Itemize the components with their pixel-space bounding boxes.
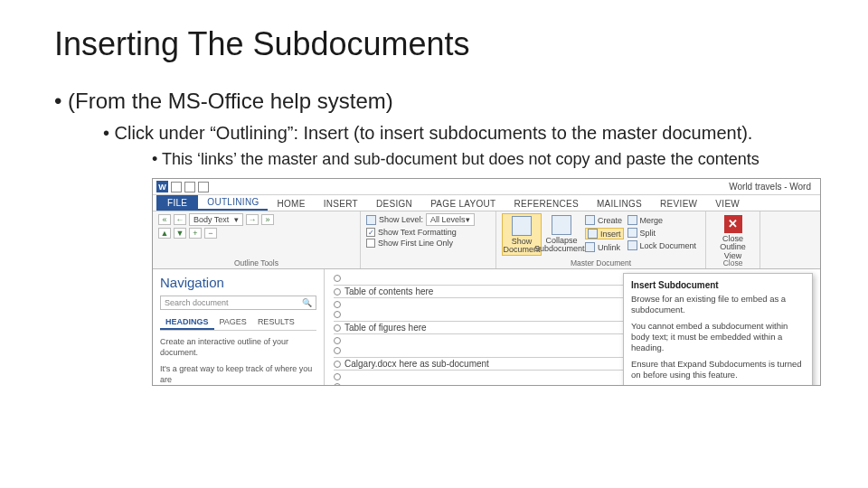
ribbon: « ← Body Text▾ → » ▲ ▼ + − Outline Tools… — [153, 211, 820, 269]
tooltip-line-3: Ensure that Expand Subdocuments is turne… — [631, 359, 805, 381]
navigation-tabs: HEADINGS PAGES RESULTS — [160, 315, 316, 331]
tab-page-layout[interactable]: PAGE LAYOUT — [421, 197, 505, 211]
tooltip-line-2: You cannot embed a subdocument within bo… — [631, 321, 805, 354]
tab-outlining[interactable]: OUTLINING — [198, 195, 268, 211]
quick-access-toolbar: W — [156, 181, 209, 192]
collapse-subdocs-label: Collapse Subdocuments — [534, 237, 589, 254]
show-first-line-label: Show First Line Only — [378, 239, 453, 248]
nav-tab-pages[interactable]: PAGES — [214, 315, 252, 330]
split-icon — [627, 228, 637, 238]
outline-level-value: Body Text — [193, 215, 229, 224]
group-master-document: Show Document Collapse Subdocuments Crea… — [496, 211, 706, 268]
promote-double-icon[interactable]: « — [158, 214, 171, 225]
navigation-pane: Navigation Search document 🔍 HEADINGS PA… — [153, 269, 325, 385]
outline-calgary: Calgary.docx here as sub-document — [344, 359, 489, 369]
group-outline-tools: « ← Body Text▾ → » ▲ ▼ + − Outline Tools — [153, 211, 361, 268]
chevron-down-icon: ▾ — [466, 215, 470, 224]
outline-marker-icon — [334, 361, 341, 368]
bullet-level-3: This ‘links’ the master and sub-document… — [152, 150, 814, 169]
unlink-icon — [585, 242, 595, 252]
collapse-subdocs-icon — [552, 215, 571, 235]
lock-icon — [627, 240, 637, 250]
merge-icon — [627, 215, 637, 225]
outline-marker-icon — [334, 301, 341, 308]
close-outline-label: Close Outline View — [713, 235, 753, 260]
checkbox-first-line[interactable] — [366, 239, 375, 248]
navigation-title: Navigation — [160, 275, 316, 290]
outline-marker-icon — [334, 383, 341, 386]
outline-marker-icon — [334, 373, 341, 380]
group-label-close: Close — [706, 258, 760, 267]
nav-tab-headings[interactable]: HEADINGS — [160, 315, 214, 330]
bullet-level-2: Click under “Outlining”: Insert (to inse… — [103, 121, 814, 145]
tab-references[interactable]: REFERENCES — [505, 197, 588, 211]
bullet-level-1: (From the MS-Office help system) — [54, 89, 814, 114]
close-outline-view-button[interactable]: ✕ Close Outline View — [713, 213, 753, 260]
unlink-button[interactable]: Unlink — [598, 243, 620, 252]
search-icon: 🔍 — [302, 298, 312, 307]
tab-view[interactable]: VIEW — [706, 197, 749, 211]
promote-icon[interactable]: ← — [174, 214, 186, 225]
tab-file[interactable]: FILE — [156, 195, 198, 211]
outline-marker-icon — [334, 311, 341, 318]
search-placeholder: Search document — [165, 298, 229, 307]
insert-button[interactable]: Insert — [600, 230, 621, 239]
insert-subdoc-icon — [588, 229, 598, 239]
outline-toc: Table of contents here — [344, 286, 433, 296]
demote-icon[interactable]: → — [246, 214, 259, 225]
insert-subdocument-tooltip: Insert Subdocument Browse for an existin… — [623, 273, 813, 386]
show-level-dropdown[interactable]: All Levels▾ — [426, 213, 475, 226]
slide-title: Inserting The Subdocuments — [54, 25, 814, 63]
create-button[interactable]: Create — [598, 216, 622, 225]
outline-tof: Table of figures here — [344, 323, 427, 333]
lock-document-button[interactable]: Lock Document — [640, 241, 697, 250]
move-down-icon[interactable]: ▼ — [174, 228, 186, 239]
split-button[interactable]: Split — [640, 229, 656, 238]
checkbox-text-formatting[interactable]: ✓ — [366, 228, 375, 237]
document-title: World travels - Word — [729, 182, 811, 192]
show-text-formatting-label: Show Text Formatting — [378, 228, 457, 237]
expand-icon[interactable]: + — [189, 228, 202, 239]
tooltip-title: Insert Subdocument — [631, 279, 805, 291]
group-close: ✕ Close Outline View Close — [706, 211, 760, 268]
tab-design[interactable]: DESIGN — [367, 197, 421, 211]
show-level-icon — [366, 215, 376, 225]
merge-button[interactable]: Merge — [640, 216, 664, 225]
tab-insert[interactable]: INSERT — [315, 197, 367, 211]
outline-marker-icon — [334, 347, 341, 354]
word-icon: W — [156, 181, 168, 192]
outline-marker-icon — [334, 275, 341, 282]
save-icon[interactable] — [171, 182, 182, 192]
undo-icon[interactable] — [184, 182, 195, 192]
outline-marker-icon — [334, 337, 341, 344]
tooltip-line-1: Browse for an existing file to embed as … — [631, 294, 805, 316]
show-level-label: Show Level: — [379, 215, 423, 224]
tab-mailings[interactable]: MAILINGS — [588, 197, 651, 211]
collapse-subdocuments-button[interactable]: Collapse Subdocuments — [542, 213, 581, 254]
ribbon-tabs: FILE OUTLINING HOME INSERT DESIGN PAGE L… — [153, 195, 820, 211]
outline-marker-icon — [334, 324, 341, 332]
create-icon — [585, 215, 595, 225]
group-show-options: Show Level:All Levels▾ ✓Show Text Format… — [361, 211, 496, 268]
title-bar: W World travels - Word — [153, 179, 820, 195]
tab-review[interactable]: REVIEW — [651, 197, 706, 211]
group-label-master-document: Master Document — [496, 258, 705, 267]
search-input[interactable]: Search document 🔍 — [160, 296, 316, 310]
demote-double-icon[interactable]: » — [261, 214, 274, 225]
close-icon: ✕ — [724, 215, 742, 233]
show-document-icon — [512, 216, 532, 236]
group-label-outline-tools: Outline Tools — [153, 258, 360, 267]
collapse-icon[interactable]: − — [204, 228, 217, 239]
nav-tab-results[interactable]: RESULTS — [252, 315, 300, 330]
tab-home[interactable]: HOME — [268, 197, 314, 211]
nav-hint-1: Create an interactive outline of your do… — [160, 336, 316, 358]
move-up-icon[interactable]: ▲ — [158, 228, 171, 239]
show-level-value: All Levels — [430, 215, 466, 224]
outline-marker-icon — [334, 288, 341, 296]
redo-icon[interactable] — [198, 182, 209, 192]
chevron-down-icon: ▾ — [234, 215, 239, 224]
word-screenshot: W World travels - Word FILE OUTLINING HO… — [152, 178, 821, 386]
outline-level-dropdown[interactable]: Body Text▾ — [189, 213, 243, 226]
nav-hint-2: It's a great way to keep track of where … — [160, 363, 316, 385]
